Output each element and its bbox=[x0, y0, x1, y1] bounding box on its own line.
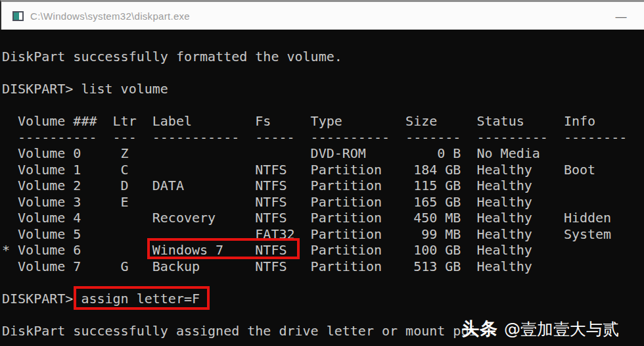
volume-row-0: Volume 0 Z DVD-ROM 0 B No Media bbox=[2, 145, 644, 162]
console-line-blank bbox=[2, 274, 644, 291]
volume-row-7: Volume 7 G Backup NTFS Partition 513 GB … bbox=[2, 259, 644, 275]
volume-row-1: Volume 1 C NTFS Partition 184 GB Healthy… bbox=[2, 162, 644, 178]
minimize-button[interactable]: — bbox=[606, 2, 636, 32]
watermark: 头条 @壹加壹大与贰 bbox=[461, 318, 619, 339]
volume-row-6-selected: * Volume 6 Windows 7 NTFS Partition 100 … bbox=[2, 242, 644, 259]
volume-row-4: Volume 4 Recovery NTFS Partition 450 MB … bbox=[2, 210, 644, 226]
volume-row-2: Volume 2 D DATA NTFS Partition 115 GB He… bbox=[2, 178, 644, 194]
console-line-command-assign: DISKPART> assign letter=F bbox=[2, 291, 644, 307]
volume-row-3: Volume 3 E NTFS Partition 165 GB Healthy bbox=[2, 194, 644, 210]
title-bar: C:\Windows\system32\diskpart.exe — bbox=[0, 0, 644, 30]
volume-table-divider: ---------- --- ----------- ----- -------… bbox=[2, 130, 644, 146]
console-line-blank bbox=[2, 65, 644, 82]
console-line-message: DiskPart successfully formatted the volu… bbox=[2, 49, 644, 65]
diskpart-console-window: C:\Windows\system32\diskpart.exe — DiskP… bbox=[0, 0, 644, 346]
volume-table-header: Volume ### Ltr Label Fs Type Size Status… bbox=[2, 113, 644, 130]
volume-row-5: Volume 5 FAT32 Partition 99 MB Healthy S… bbox=[2, 226, 644, 243]
console-line-blank bbox=[2, 97, 644, 114]
watermark-handle: @壹加壹大与贰 bbox=[504, 318, 619, 340]
console-output-area[interactable]: DiskPart successfully formatted the volu… bbox=[0, 30, 644, 346]
window-title: C:\Windows\system32\diskpart.exe bbox=[30, 11, 190, 22]
console-line-command-list-volume: DISKPART> list volume bbox=[2, 81, 644, 97]
console-window-icon[interactable] bbox=[12, 11, 24, 21]
watermark-brand: 头条 bbox=[461, 317, 498, 341]
